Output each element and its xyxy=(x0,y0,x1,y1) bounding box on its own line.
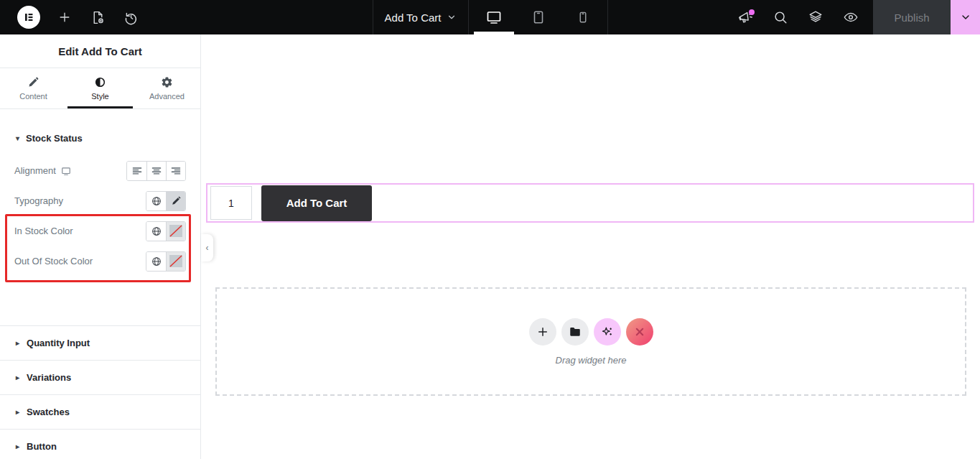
device-desktop-button[interactable] xyxy=(483,0,505,34)
chevron-down-icon xyxy=(447,12,457,22)
tab-style[interactable]: Style xyxy=(67,68,134,108)
device-tablet-button[interactable] xyxy=(528,0,549,34)
history-button[interactable] xyxy=(122,9,139,26)
tab-content[interactable]: Content xyxy=(0,68,67,108)
notification-dot xyxy=(749,9,755,15)
align-center-icon xyxy=(151,165,162,177)
panel-header: Edit Add To Cart xyxy=(0,34,200,68)
section-quantity-input[interactable]: ▸ Quantity Input xyxy=(0,325,200,360)
brand-x-button[interactable] xyxy=(626,318,653,346)
gear-icon xyxy=(161,76,173,88)
finder-search-button[interactable] xyxy=(772,9,789,26)
add-to-cart-widget-preview[interactable]: Add To Cart xyxy=(206,183,974,223)
add-section-button[interactable] xyxy=(529,318,556,346)
section-button[interactable]: ▸ Button xyxy=(0,429,200,459)
edit-typography-button[interactable] xyxy=(166,192,185,210)
x-brand-icon xyxy=(633,325,647,339)
tab-label: Advanced xyxy=(149,92,185,101)
globe-icon xyxy=(151,226,162,237)
typography-button-group xyxy=(146,191,186,211)
desktop-icon[interactable] xyxy=(61,166,71,176)
preview-button[interactable] xyxy=(842,9,859,26)
tablet-icon xyxy=(531,9,546,25)
tab-label: Content xyxy=(19,92,47,101)
device-mobile-button[interactable] xyxy=(572,0,594,34)
toolbar-left-group xyxy=(0,0,373,34)
section-title: Quantity Input xyxy=(27,338,90,348)
caret-right-icon: ▸ xyxy=(16,374,19,381)
in-stock-color-picker[interactable] xyxy=(166,222,185,241)
global-color-button[interactable] xyxy=(146,252,166,271)
caret-down-icon: ▾ xyxy=(16,134,19,142)
layers-icon xyxy=(808,9,823,25)
global-color-button[interactable] xyxy=(146,222,166,241)
quantity-input[interactable] xyxy=(210,186,252,220)
element-selector-label: Add To Cart xyxy=(385,11,442,24)
section-stock-status: ▾ Stock Status Alignment xyxy=(0,133,200,325)
whats-new-button[interactable] xyxy=(737,9,754,26)
publish-button[interactable]: Publish xyxy=(873,0,951,34)
ai-sparkle-icon xyxy=(600,325,615,339)
section-stock-status-header[interactable]: ▾ Stock Status xyxy=(16,133,186,144)
contrast-icon xyxy=(94,76,106,88)
section-variations[interactable]: ▸ Variations xyxy=(0,360,200,394)
control-label: Alignment xyxy=(14,165,56,176)
global-typography-button[interactable] xyxy=(146,192,166,210)
chevron-down-icon xyxy=(960,11,971,23)
add-to-cart-button[interactable]: Add To Cart xyxy=(261,185,372,221)
page-settings-icon xyxy=(90,10,106,25)
elementor-logo-icon xyxy=(22,10,36,24)
top-toolbar: Add To Cart xyxy=(0,0,980,34)
panel-tabs: Content Style Advanced xyxy=(0,68,200,109)
align-right-button[interactable] xyxy=(166,162,185,180)
tab-advanced[interactable]: Advanced xyxy=(134,68,200,108)
search-icon xyxy=(773,9,788,25)
out-of-stock-color-picker[interactable] xyxy=(166,252,185,271)
collapsed-sections: ▸ Quantity Input ▸ Variations ▸ Swatches… xyxy=(0,325,200,459)
caret-right-icon: ▸ xyxy=(16,442,19,450)
page-settings-button[interactable] xyxy=(89,9,106,26)
tab-label: Style xyxy=(91,92,108,101)
section-swatches[interactable]: ▸ Swatches xyxy=(0,394,200,429)
elementor-logo[interactable] xyxy=(17,6,40,29)
edit-pencil-icon xyxy=(171,195,182,206)
ai-builder-button[interactable] xyxy=(594,318,621,346)
eye-icon xyxy=(843,9,859,25)
control-label: Out Of Stock Color xyxy=(14,256,93,266)
history-icon xyxy=(123,10,139,25)
add-new-button[interactable] xyxy=(56,9,73,26)
element-selector-dropdown[interactable]: Add To Cart xyxy=(373,0,469,34)
section-title: Variations xyxy=(27,372,71,383)
align-left-icon xyxy=(131,165,143,177)
publish-options-button[interactable] xyxy=(951,0,980,34)
template-library-button[interactable] xyxy=(561,318,589,346)
section-title: Button xyxy=(27,441,57,452)
control-out-of-stock-color: Out Of Stock Color xyxy=(14,251,186,271)
section-title: Swatches xyxy=(27,407,70,417)
pencil-icon xyxy=(27,76,39,88)
panel-title: Edit Add To Cart xyxy=(58,45,142,57)
settings-panel: Edit Add To Cart Content Style xyxy=(0,34,201,459)
no-color-swatch xyxy=(169,255,182,267)
plus-icon xyxy=(536,325,549,338)
desktop-icon xyxy=(485,9,503,26)
align-left-button[interactable] xyxy=(127,162,146,180)
caret-right-icon: ▸ xyxy=(16,339,19,347)
alignment-button-group xyxy=(126,161,186,181)
no-color-swatch xyxy=(169,225,182,237)
dropzone-actions xyxy=(529,318,653,346)
control-label: Typography xyxy=(14,195,63,206)
align-center-button[interactable] xyxy=(146,162,166,180)
toolbar-right-group xyxy=(737,0,873,34)
structure-button[interactable] xyxy=(807,9,824,26)
mobile-icon xyxy=(576,10,590,24)
panel-collapse-handle[interactable]: ‹ xyxy=(201,234,213,261)
in-stock-color-group xyxy=(146,221,186,241)
responsive-device-switcher xyxy=(469,0,608,34)
dropzone-hint: Drag widget here xyxy=(556,355,627,366)
align-right-icon xyxy=(170,165,182,177)
globe-icon xyxy=(151,195,162,207)
widget-dropzone[interactable]: Drag widget here xyxy=(215,287,966,396)
control-alignment: Alignment xyxy=(14,161,186,180)
folder-icon xyxy=(569,325,582,338)
